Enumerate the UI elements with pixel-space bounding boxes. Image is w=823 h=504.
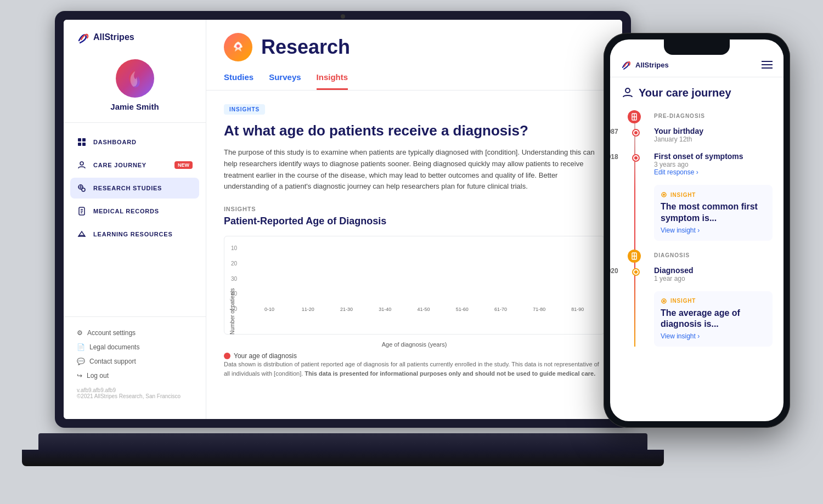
first-onset-title: First onset of symptoms bbox=[654, 152, 773, 161]
bar-group-41-50: 41-50 bbox=[406, 304, 441, 312]
sidebar-item-learning-resources[interactable]: LEARNING RESOURCES bbox=[70, 224, 199, 245]
phone-allstripes-logo: AllStripes bbox=[621, 59, 669, 70]
research-studies-label: RESEARCH STUDIES bbox=[93, 185, 162, 191]
version-text: v.afb9.afb9.afb9 bbox=[77, 387, 193, 393]
diagnosed-year: 2020 bbox=[610, 267, 618, 275]
disclaimer-text: Data shown is distribution of patient re… bbox=[224, 360, 605, 378]
contact-support-link[interactable]: 💬 Contact support bbox=[77, 354, 193, 369]
birthday-dot bbox=[633, 130, 639, 135]
view-insight-link-1[interactable]: View insight › bbox=[661, 226, 766, 234]
research-studies-icon bbox=[77, 183, 87, 193]
legal-documents-label: Legal documents bbox=[89, 343, 139, 351]
insight-card-1: INSIGHT The most common first symptom is… bbox=[654, 185, 773, 241]
tab-studies[interactable]: Studies bbox=[224, 72, 253, 90]
sidebar-avatar-section: Jamie Smith bbox=[64, 53, 206, 123]
timeline-line bbox=[634, 110, 635, 347]
svg-point-22 bbox=[663, 300, 665, 302]
chart-section-label: INSIGHTS bbox=[224, 206, 605, 212]
bar-label-21-30: 21-30 bbox=[340, 307, 353, 312]
care-journey-icon bbox=[77, 160, 87, 170]
svg-rect-2 bbox=[78, 143, 81, 146]
svg-point-17 bbox=[663, 194, 665, 196]
doc-icon: 📄 bbox=[77, 343, 85, 351]
svg-point-11 bbox=[236, 44, 240, 48]
care-journey-badge: NEW bbox=[174, 161, 193, 169]
diagnosed-subtitle: 1 year ago bbox=[654, 275, 773, 282]
insight-card-2-title: The average age of diagnosis is... bbox=[661, 308, 766, 331]
insight-question: At what age do patients receive a diagno… bbox=[224, 122, 605, 139]
bar-group-81-90: 81-90 bbox=[560, 304, 595, 312]
y-axis-title: Number of patients bbox=[229, 288, 235, 335]
bar-group-31-40: 31-40 bbox=[368, 304, 403, 312]
account-settings-link[interactable]: ⚙ Account settings bbox=[77, 326, 193, 340]
rocket-icon bbox=[224, 33, 252, 61]
timeline-item-diagnosed: 2020 Diagnosed 1 year ago bbox=[654, 266, 773, 282]
log-out-link[interactable]: ↪ Log out bbox=[77, 369, 193, 383]
chart-title: Patient-Reported Age of Diagnosis bbox=[224, 216, 605, 227]
birthday-title: Your birthday bbox=[654, 127, 773, 135]
sidebar: AllStripes bbox=[64, 20, 206, 419]
phone-screen: AllStripes Your care journey bbox=[610, 39, 783, 421]
legend-dot bbox=[224, 353, 230, 359]
chart-container: 50 40 30 20 10 Number of patients 0-10 bbox=[224, 236, 605, 335]
laptop-camera bbox=[341, 14, 345, 19]
phone-content: Your care journey PRE-DIAGNOSIS 1987 You… bbox=[610, 77, 783, 421]
learning-resources-icon bbox=[77, 229, 87, 239]
dashboard-icon bbox=[77, 137, 87, 147]
legend-label: Your age of diagnosis bbox=[234, 352, 297, 360]
svg-rect-1 bbox=[82, 138, 86, 141]
timeline-item-birthday: 1987 Your birthday January 12th bbox=[654, 127, 773, 143]
laptop-foot bbox=[22, 450, 664, 466]
diagnosed-dot bbox=[633, 269, 639, 275]
care-journey-page-title: Your care journey bbox=[639, 87, 731, 99]
hamburger-line-2 bbox=[762, 64, 773, 65]
diagnosis-icon bbox=[628, 250, 641, 263]
diagnosis-header: DIAGNOSIS bbox=[621, 250, 773, 259]
hamburger-line-1 bbox=[762, 61, 773, 62]
insight-description: The purpose of this study is to examine … bbox=[224, 147, 605, 192]
research-tabs: Studies Surveys Insights bbox=[224, 72, 605, 90]
svg-rect-3 bbox=[82, 143, 86, 146]
svg-rect-0 bbox=[78, 138, 81, 141]
learning-resources-label: LEARNING RESOURCES bbox=[93, 231, 173, 237]
bar-label-0-10: 0-10 bbox=[264, 307, 274, 312]
sidebar-footer: ⚙ Account settings 📄 Legal documents 💬 C… bbox=[64, 316, 206, 408]
page-title: Research bbox=[261, 36, 350, 59]
care-journey-label: CARE JOURNEY bbox=[93, 162, 146, 168]
svg-point-6 bbox=[82, 188, 85, 191]
sidebar-item-dashboard[interactable]: DASHBOARD bbox=[70, 132, 199, 152]
first-onset-dot bbox=[633, 155, 639, 161]
tab-surveys[interactable]: Surveys bbox=[269, 72, 301, 90]
phone-logo-text: AllStripes bbox=[635, 61, 669, 69]
allstripes-logo-icon bbox=[77, 31, 90, 44]
laptop-base bbox=[38, 433, 647, 450]
research-title-row: Research bbox=[224, 33, 605, 61]
insights-content: INSIGHTS At what age do patients receive… bbox=[206, 90, 622, 391]
sidebar-item-care-journey[interactable]: CARE JOURNEY NEW bbox=[70, 155, 199, 175]
legal-documents-link[interactable]: 📄 Legal documents bbox=[77, 340, 193, 354]
bar-group-11-20: 11-20 bbox=[290, 304, 325, 312]
pre-diagnosis-label: PRE-DIAGNOSIS bbox=[654, 113, 705, 119]
hamburger-menu[interactable] bbox=[762, 61, 773, 69]
phone-logo-icon bbox=[621, 59, 632, 70]
allstripes-logo: AllStripes bbox=[77, 31, 134, 44]
first-onset-subtitle: 3 years ago bbox=[654, 161, 773, 168]
insight-card-1-label-text: INSIGHT bbox=[670, 192, 696, 198]
sidebar-item-research-studies[interactable]: RESEARCH STUDIES bbox=[70, 178, 199, 199]
view-insight-link-2[interactable]: View insight › bbox=[661, 332, 766, 340]
insight-card-1-label: INSIGHT bbox=[661, 191, 766, 198]
care-journey-title: Your care journey bbox=[621, 86, 773, 99]
insight-card-2-label-text: INSIGHT bbox=[670, 298, 696, 304]
account-settings-label: Account settings bbox=[87, 329, 136, 337]
log-out-label: Log out bbox=[87, 372, 109, 380]
timeline-section: PRE-DIAGNOSIS 1987 Your birthday January… bbox=[621, 110, 773, 347]
sidebar-item-medical-records[interactable]: MEDICAL RECORDS bbox=[70, 201, 199, 222]
insight-star-icon-2 bbox=[661, 298, 667, 304]
tab-insights[interactable]: Insights bbox=[317, 72, 348, 90]
insight-card-2: INSIGHT The average age of diagnosis is.… bbox=[654, 291, 773, 347]
edit-response-link[interactable]: Edit response › bbox=[654, 168, 773, 176]
bar-label-71-80: 71-80 bbox=[533, 307, 545, 312]
phone-notch bbox=[664, 39, 730, 55]
laptop-screen: AllStripes bbox=[64, 20, 622, 419]
bar-group-21-30: 21-30 bbox=[329, 304, 364, 312]
